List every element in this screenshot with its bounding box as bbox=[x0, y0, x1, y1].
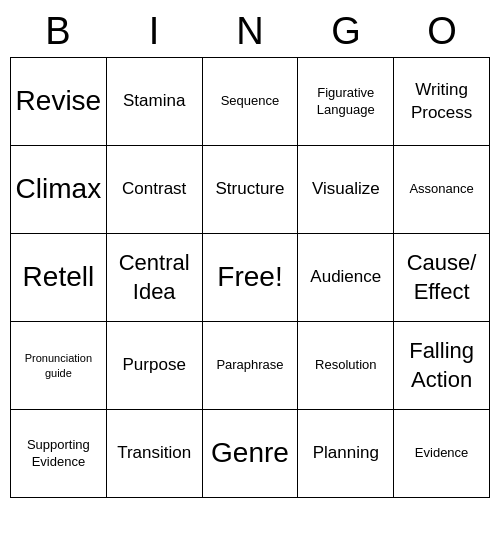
cell-0-3: Figurative Language bbox=[298, 58, 394, 146]
bingo-letter-B: B bbox=[18, 10, 98, 53]
cell-text-2-3: Audience bbox=[310, 266, 381, 288]
cell-text-2-0: Retell bbox=[23, 259, 95, 295]
cell-text-3-3: Resolution bbox=[315, 357, 376, 374]
cell-2-1: Central Idea bbox=[107, 234, 203, 322]
cell-text-1-3: Visualize bbox=[312, 178, 380, 200]
cell-text-3-1: Purpose bbox=[123, 354, 186, 376]
cell-2-4: Cause/ Effect bbox=[394, 234, 490, 322]
cell-text-0-1: Stamina bbox=[123, 90, 185, 112]
cell-text-2-4: Cause/ Effect bbox=[398, 249, 485, 306]
cell-4-1: Transition bbox=[107, 410, 203, 498]
bingo-letter-G: G bbox=[306, 10, 386, 53]
cell-text-0-0: Revise bbox=[16, 83, 102, 119]
cell-text-4-0: Supporting Evidence bbox=[15, 437, 102, 471]
cell-1-2: Structure bbox=[203, 146, 299, 234]
cell-text-0-3: Figurative Language bbox=[302, 85, 389, 119]
cell-3-2: Paraphrase bbox=[203, 322, 299, 410]
cell-text-1-0: Climax bbox=[16, 171, 102, 207]
cell-2-3: Audience bbox=[298, 234, 394, 322]
cell-2-2: Free! bbox=[203, 234, 299, 322]
cell-text-3-0: Pronunciation guide bbox=[15, 351, 102, 380]
cell-3-1: Purpose bbox=[107, 322, 203, 410]
cell-1-4: Assonance bbox=[394, 146, 490, 234]
cell-text-1-1: Contrast bbox=[122, 178, 186, 200]
bingo-letter-O: O bbox=[402, 10, 482, 53]
cell-1-0: Climax bbox=[11, 146, 107, 234]
cell-0-2: Sequence bbox=[203, 58, 299, 146]
cell-4-4: Evidence bbox=[394, 410, 490, 498]
cell-2-0: Retell bbox=[11, 234, 107, 322]
cell-4-0: Supporting Evidence bbox=[11, 410, 107, 498]
cell-text-4-2: Genre bbox=[211, 435, 289, 471]
cell-text-0-4: Writing Process bbox=[398, 79, 485, 123]
cell-4-2: Genre bbox=[203, 410, 299, 498]
bingo-title: BINGO bbox=[10, 10, 490, 53]
cell-text-0-2: Sequence bbox=[221, 93, 280, 110]
cell-3-3: Resolution bbox=[298, 322, 394, 410]
cell-text-3-2: Paraphrase bbox=[216, 357, 283, 374]
cell-text-4-1: Transition bbox=[117, 442, 191, 464]
cell-3-0: Pronunciation guide bbox=[11, 322, 107, 410]
cell-1-1: Contrast bbox=[107, 146, 203, 234]
cell-text-4-4: Evidence bbox=[415, 445, 468, 462]
cell-text-1-2: Structure bbox=[216, 178, 285, 200]
cell-text-2-1: Central Idea bbox=[111, 249, 198, 306]
cell-1-3: Visualize bbox=[298, 146, 394, 234]
cell-0-1: Stamina bbox=[107, 58, 203, 146]
cell-0-0: Revise bbox=[11, 58, 107, 146]
bingo-letter-N: N bbox=[210, 10, 290, 53]
cell-text-3-4: Falling Action bbox=[398, 337, 485, 394]
cell-4-3: Planning bbox=[298, 410, 394, 498]
bingo-letter-I: I bbox=[114, 10, 194, 53]
cell-text-1-4: Assonance bbox=[409, 181, 473, 198]
bingo-grid: ReviseStaminaSequenceFigurative Language… bbox=[10, 57, 490, 498]
cell-text-2-2: Free! bbox=[217, 259, 282, 295]
cell-text-4-3: Planning bbox=[313, 442, 379, 464]
cell-0-4: Writing Process bbox=[394, 58, 490, 146]
cell-3-4: Falling Action bbox=[394, 322, 490, 410]
